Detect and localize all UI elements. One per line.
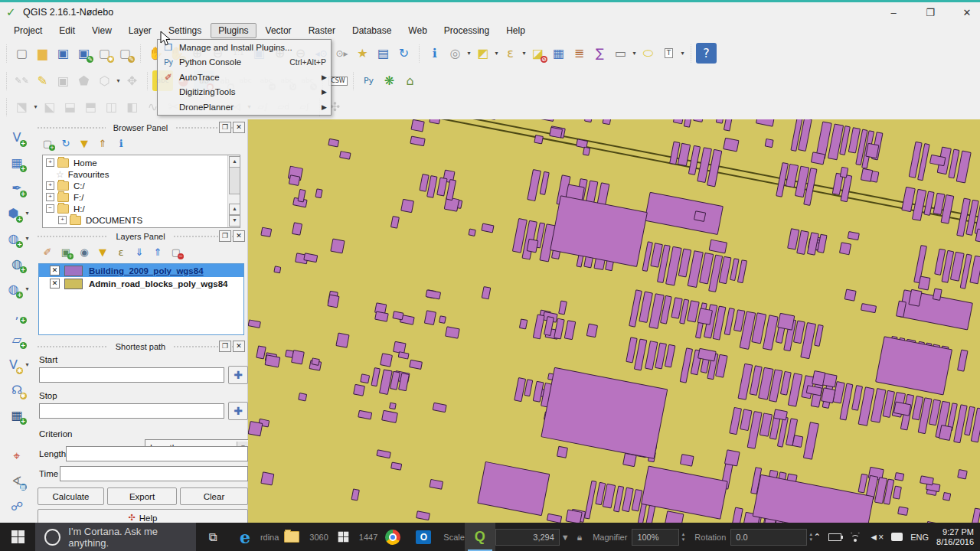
close-button[interactable]: ✕ xyxy=(959,7,975,18)
add-wms-layer-icon[interactable]: ◍+ xyxy=(3,228,24,249)
layers-panel-close-button[interactable]: ✕ xyxy=(233,230,245,242)
add-wcs-layer-icon[interactable]: ◍+ xyxy=(7,253,28,274)
browser-properties-icon[interactable]: ℹ xyxy=(113,135,129,151)
browser-item-f-[interactable]: +F:/ xyxy=(44,191,240,203)
browser-item-documents[interactable]: +DOCUMENTS xyxy=(44,214,240,226)
new-shapefile-layer-icon[interactable]: ▱+ xyxy=(7,329,28,350)
menu-layer[interactable]: Layer xyxy=(121,23,159,38)
map-tips-icon[interactable]: ⬭ xyxy=(638,43,658,64)
select-by-expression-icon[interactable]: ε xyxy=(500,43,521,64)
filter-expression-icon[interactable]: ε xyxy=(113,244,129,259)
sum-features-icon[interactable]: ∑ xyxy=(590,43,610,64)
minimize-button[interactable]: – xyxy=(885,7,902,18)
wifi-icon[interactable] xyxy=(849,533,861,542)
show-bookmarks-icon[interactable]: ▤ xyxy=(373,43,394,64)
browser-scrollbar[interactable]: ▲ ▲ ▼ xyxy=(227,155,240,227)
tree-expander[interactable]: + xyxy=(46,193,54,201)
toolbar-handle[interactable] xyxy=(3,44,10,63)
add-wfs-layer-dropdown-arrow[interactable]: ▾ xyxy=(24,285,31,292)
remove-layer-icon[interactable]: ▢− xyxy=(168,244,184,259)
menu-project[interactable]: Project xyxy=(6,23,50,38)
layer-visibility-checkbox[interactable]: ✕ xyxy=(50,279,60,289)
tray-chevron-icon[interactable]: ⌃ xyxy=(813,532,821,543)
add-spatialite-layer-icon[interactable]: ✒+ xyxy=(7,178,28,198)
maximize-button[interactable]: ❐ xyxy=(922,7,939,18)
menu-help[interactable]: Help xyxy=(498,23,533,38)
toggle-editing-icon[interactable]: ✎ xyxy=(32,70,53,91)
filter-legend-icon[interactable]: ▼ xyxy=(95,244,110,259)
add-group-icon[interactable]: ▣+ xyxy=(58,244,74,259)
shortest-path-close-button[interactable]: ✕ xyxy=(233,341,245,352)
python-console-tb-icon[interactable]: Py xyxy=(358,70,379,91)
adv-1-dropdown-arrow[interactable]: ▾ xyxy=(32,103,39,110)
taskbar-explorer-button[interactable] xyxy=(279,523,309,551)
start-button[interactable] xyxy=(0,523,35,551)
run-feature-action-icon[interactable]: ◎ xyxy=(445,43,466,64)
start-input[interactable] xyxy=(39,367,224,383)
menu-database[interactable]: Database xyxy=(345,23,399,38)
new-layer-menu-dropdown-arrow[interactable]: ▾ xyxy=(24,361,31,368)
add-heatmap-layer-icon[interactable]: ▦+ xyxy=(7,405,28,425)
calculate-button[interactable]: Calculate xyxy=(38,487,104,505)
cortana-search-box[interactable]: I'm Cortana. Ask me anything. xyxy=(35,523,196,551)
map-canvas[interactable] xyxy=(248,119,980,523)
scale-value-box[interactable]: 3,294 xyxy=(495,529,560,546)
menu-vector[interactable]: Vector xyxy=(258,23,299,38)
select-features-icon[interactable]: ◩ xyxy=(472,43,493,64)
notifications-icon[interactable] xyxy=(891,533,903,541)
browser-item-c-[interactable]: +C:/ xyxy=(44,180,240,191)
plugins-menu-item-python-console[interactable]: PyPython ConsoleCtrl+Alt+P xyxy=(158,55,331,70)
browser-add-layers-icon[interactable]: ▢+ xyxy=(40,135,55,151)
layers-panel-float-button[interactable]: ❐ xyxy=(219,230,231,242)
add-delimited-text-layer-icon[interactable]: ,+ xyxy=(7,304,28,324)
expand-all-icon[interactable]: ⇓ xyxy=(132,244,147,259)
browser-collapse-icon[interactable]: ⇑ xyxy=(95,135,110,151)
measure-icon[interactable]: ▭ xyxy=(610,43,631,64)
browser-tree[interactable]: +Home☆Favourites+C:/+F:/−H:/+DOCUMENTS ▲… xyxy=(42,155,240,228)
taskbar-qgis-button[interactable]: Q xyxy=(465,523,495,551)
plugins-menu-item-droneplanner[interactable]: DronePlanner▶ xyxy=(158,99,331,115)
menu-plugins[interactable]: Plugins xyxy=(211,23,256,38)
text-annotation-icon[interactable]: T xyxy=(658,43,679,64)
layer-row[interactable]: ✕Building_2009_poly_wgs84 xyxy=(39,264,243,277)
statistics-icon[interactable]: ≣ xyxy=(569,43,590,64)
magnifier-value-box[interactable]: 100% xyxy=(632,529,679,546)
tree-expander[interactable]: + xyxy=(46,158,54,167)
shortest-path-float-button[interactable]: ❐ xyxy=(219,341,231,352)
add-wms-layer-dropdown-arrow[interactable]: ▾ xyxy=(24,235,31,242)
topology-checker-icon[interactable]: ∢▦ xyxy=(7,471,28,491)
stop-input[interactable] xyxy=(39,403,224,419)
time-input[interactable] xyxy=(60,466,248,481)
zoom-next-icon[interactable]: ⊙▸ xyxy=(332,43,352,64)
tree-expander[interactable]: − xyxy=(46,204,54,213)
taskbar-store-button[interactable] xyxy=(328,523,359,551)
menu-edit[interactable]: Edit xyxy=(51,23,83,38)
taskbar-edge-button[interactable]: e xyxy=(230,523,260,551)
manage-visibility-icon[interactable]: ◉ xyxy=(77,244,92,259)
plugins-menu-item-manage-and-install-plugins[interactable]: ❒Manage and Install Plugins... xyxy=(158,40,331,55)
task-view-button[interactable]: ⧉ xyxy=(196,523,230,551)
save-project-as-icon[interactable]: ▣✎ xyxy=(74,43,94,64)
browser-refresh-icon[interactable]: ↻ xyxy=(58,135,74,151)
add-wfs-layer-icon[interactable]: ◍+ xyxy=(3,279,24,299)
text-annotation-dropdown-arrow[interactable]: ▾ xyxy=(679,50,686,57)
plugins-menu-item-autotrace[interactable]: ✐AutoTrace▶ xyxy=(158,70,331,85)
length-input[interactable] xyxy=(66,446,248,461)
export-button[interactable]: Export xyxy=(107,487,177,505)
layer-styling-icon[interactable]: ✐ xyxy=(40,244,55,259)
measure-dropdown-arrow[interactable]: ▾ xyxy=(631,50,638,57)
menu-processing[interactable]: Processing xyxy=(436,23,497,38)
volume-muted-icon[interactable]: ◄× xyxy=(869,532,884,543)
composer-manager-icon[interactable]: ▢✎ xyxy=(115,43,136,64)
toolbar-handle[interactable] xyxy=(3,72,10,90)
layers-list[interactable]: ✕Building_2009_poly_wgs84✕Admin_road_blo… xyxy=(38,263,244,335)
stop-capture-button[interactable]: ✚ xyxy=(228,402,248,420)
layer-row[interactable]: ✕Admin_road_blocks_poly_wgs84 xyxy=(39,277,243,290)
add-vector-layer-icon[interactable]: V+ xyxy=(7,127,28,148)
clear-button[interactable]: Clear xyxy=(180,487,248,505)
new-composer-icon[interactable]: ▢✱ xyxy=(94,43,115,64)
toolbar-handle[interactable] xyxy=(3,98,10,116)
scale-lock-icon[interactable]: 🔒︎ xyxy=(577,532,582,543)
select-by-expression-dropdown-arrow[interactable]: ▾ xyxy=(521,50,528,57)
osm-place-search-icon[interactable]: ⌂ xyxy=(400,70,420,91)
